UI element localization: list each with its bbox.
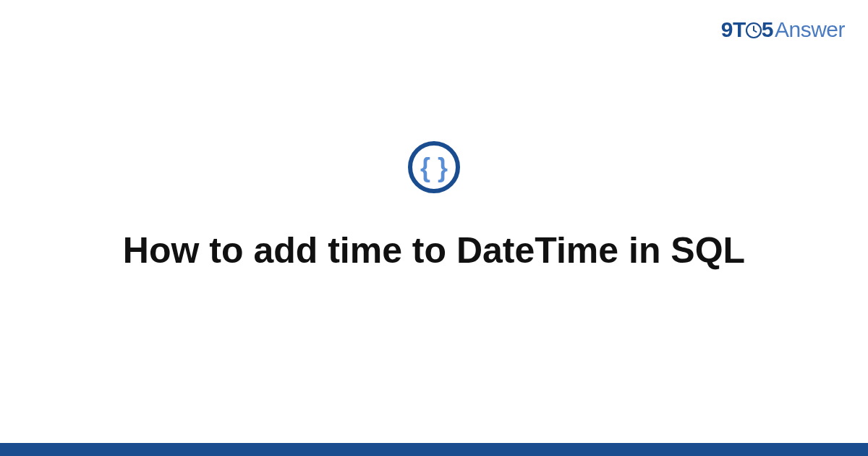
- page-title: How to add time to DateTime in SQL: [123, 229, 745, 273]
- footer-accent-bar: [0, 443, 868, 456]
- main-content: { } How to add time to DateTime in SQL: [0, 0, 868, 456]
- svg-text:{ }: { }: [420, 153, 448, 182]
- code-braces-icon: { }: [407, 140, 461, 194]
